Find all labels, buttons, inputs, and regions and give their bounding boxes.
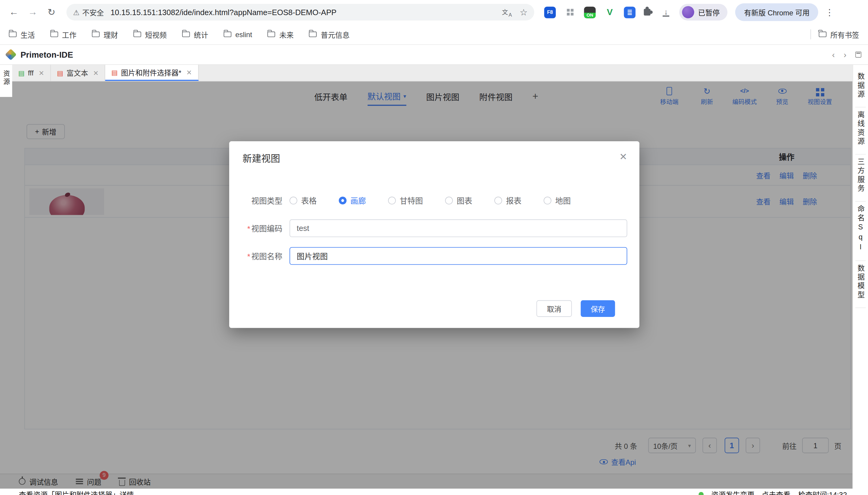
radio-label: 地图 xyxy=(555,195,571,206)
sidebar-item-data-model[interactable]: 数据模型 xyxy=(855,261,866,308)
sidebar-item-offline-resources[interactable]: 离线资源 xyxy=(855,107,866,155)
extension-avatar xyxy=(682,6,694,18)
ssl-warning-icon: ⚠ xyxy=(73,8,79,17)
folder-icon xyxy=(224,32,232,37)
tab-close-icon[interactable]: ✕ xyxy=(39,69,44,77)
file-icon-red: ▤ xyxy=(111,69,118,76)
forward-icon[interactable]: → xyxy=(23,7,42,18)
radio-label: 画廊 xyxy=(351,195,366,206)
view-code-label-text: 视图编码 xyxy=(251,224,282,233)
tab-close-icon[interactable]: ✕ xyxy=(93,69,99,77)
chrome-update-chip[interactable]: 有新版 Chrome 可用 xyxy=(735,3,818,21)
all-bookmarks-label: 所有书签 xyxy=(830,29,859,39)
bookmark-folder-primeton[interactable]: 普元信息 xyxy=(309,29,350,39)
view-type-label: 视图类型 xyxy=(243,195,282,206)
bookmark-folder-future[interactable]: 未来 xyxy=(267,29,294,39)
extension-icon-v[interactable]: V xyxy=(604,6,616,18)
bookmark-label: 统计 xyxy=(194,29,208,39)
radio-gallery[interactable]: 画廊 xyxy=(339,195,366,206)
sidebar-item-datasource[interactable]: 数据源 xyxy=(855,69,866,107)
radio-report[interactable]: 报表 xyxy=(494,195,521,206)
bookmark-folder-stats[interactable]: 统计 xyxy=(182,29,208,39)
extension-icon-grid[interactable] xyxy=(564,6,576,18)
radio-dot xyxy=(445,197,453,205)
check-time-label: 检查时间:14:32 xyxy=(798,489,847,495)
radio-map[interactable]: 地图 xyxy=(544,195,571,206)
layout-toggle-icon[interactable] xyxy=(855,52,861,58)
editor-tab-fff[interactable]: ▤ fff ✕ xyxy=(12,65,51,81)
bookmark-label: 理财 xyxy=(104,29,118,39)
new-view-dialog: 新建视图 ✕ 视图类型 表格 画廊 甘特图 图表 报表 地图 *视图编码 *视图… xyxy=(229,141,639,328)
view-name-label-text: 视图名称 xyxy=(251,252,282,261)
editor-tabbar: ▤ fff ✕ ▤ 富文本 ✕ ▤ 图片和附件选择器* ✕ xyxy=(0,65,868,82)
downloads-icon[interactable]: ↓ xyxy=(662,8,669,17)
bookmark-folder-life[interactable]: 生活 xyxy=(9,29,35,39)
editor-tab-richtext[interactable]: ▤ 富文本 ✕ xyxy=(51,65,105,81)
extension-icon-f8[interactable]: F8 xyxy=(544,6,556,18)
file-icon-red: ▤ xyxy=(57,69,63,76)
radio-table[interactable]: 表格 xyxy=(289,195,317,206)
folder-icon xyxy=(309,32,317,37)
pinned-extensions: F8 ON V ≣ xyxy=(544,6,650,18)
security-label[interactable]: 不安全 xyxy=(82,7,104,17)
update-chip-label: 有新版 Chrome 可用 xyxy=(744,7,810,17)
close-icon[interactable]: ✕ xyxy=(619,151,627,163)
bookmark-folder-finance[interactable]: 理财 xyxy=(92,29,118,39)
history-forward-icon[interactable]: › xyxy=(844,50,846,59)
reload-icon[interactable]: ↻ xyxy=(42,6,60,18)
radio-gantt[interactable]: 甘特图 xyxy=(388,195,423,206)
view-code-input[interactable] xyxy=(289,219,627,237)
bookmark-folder-shortvideo[interactable]: 短视频 xyxy=(133,29,166,39)
extension-paused-chip[interactable]: 已暂停 xyxy=(679,4,727,20)
radio-dot xyxy=(388,197,396,205)
history-back-icon[interactable]: ‹ xyxy=(832,50,835,59)
editor-tab-image-attachment-picker[interactable]: ▤ 图片和附件选择器* ✕ xyxy=(105,65,198,81)
view-code-row: *视图编码 xyxy=(243,219,627,237)
bookmarks-bar: 生活 工作 理财 短视频 统计 eslint 未来 普元信息 所有书签 xyxy=(0,24,868,45)
bookmark-folder-work[interactable]: 工作 xyxy=(50,29,76,39)
back-icon[interactable]: ← xyxy=(4,7,23,18)
radio-dot xyxy=(289,197,297,205)
radio-label: 表格 xyxy=(301,195,317,206)
required-asterisk: * xyxy=(247,252,250,261)
tab-close-icon[interactable]: ✕ xyxy=(187,69,192,76)
folder-icon xyxy=(50,32,58,37)
radio-label: 报表 xyxy=(506,195,521,206)
bookmark-label: 生活 xyxy=(20,29,35,39)
left-rail-label: 资源 xyxy=(1,70,11,97)
resource-change-notice[interactable]: 资源发生变更，点击查看 xyxy=(711,489,791,495)
folder-icon xyxy=(133,32,141,37)
extension-icon-on[interactable]: ON xyxy=(584,6,596,18)
folder-icon xyxy=(819,32,827,37)
app-title: Primeton-IDE xyxy=(20,50,73,59)
all-bookmarks-button[interactable]: 所有书签 xyxy=(819,29,859,39)
sidebar-item-named-sql[interactable]: 命名Sql xyxy=(855,202,866,261)
dialog-title: 新建视图 xyxy=(229,141,639,166)
app-logo-icon xyxy=(5,49,17,61)
extension-icon-blue[interactable]: ≣ xyxy=(624,6,636,18)
browser-menu-icon[interactable]: ⋮ xyxy=(825,7,834,17)
address-bar[interactable]: ⚠ 不安全 10.15.15.151:13082/ide/index.html?… xyxy=(66,4,534,20)
view-type-radio-group: 表格 画廊 甘特图 图表 报表 地图 xyxy=(289,195,571,206)
resource-detail-text[interactable]: 查看资源「图片和附件选择器」详情 xyxy=(19,489,134,495)
dialog-footer: 取消 保存 xyxy=(243,275,627,317)
sidebar-item-resources[interactable]: 资源 xyxy=(0,65,12,97)
save-button[interactable]: 保存 xyxy=(581,300,615,317)
view-name-input[interactable] xyxy=(289,247,627,265)
sidebar-item-third-party-services[interactable]: 三方服务 xyxy=(855,155,866,202)
cancel-button[interactable]: 取消 xyxy=(536,300,572,317)
translate-icon[interactable]: 文A xyxy=(502,7,512,17)
tab-label: 富文本 xyxy=(66,68,88,78)
status-line: 查看资源「图片和附件选择器」详情 资源发生变更，点击查看 检查时间:14:32 xyxy=(0,489,868,495)
bookmark-star-icon[interactable]: ☆ xyxy=(520,7,528,17)
screen: ← → ↻ ⚠ 不安全 10.15.15.151:13082/ide/index… xyxy=(0,0,868,495)
bookmark-folder-eslint[interactable]: eslint xyxy=(224,30,252,39)
radio-label: 图表 xyxy=(457,195,472,206)
folder-icon xyxy=(92,32,100,37)
download-tray-icon xyxy=(662,15,669,16)
extensions-puzzle-icon[interactable] xyxy=(644,9,651,15)
folder-icon xyxy=(9,32,17,37)
radio-chart[interactable]: 图表 xyxy=(445,195,472,206)
url-text[interactable]: 10.15.15.151:13082/ide/index.html?appNam… xyxy=(110,8,502,17)
tab-label: 图片和附件选择器* xyxy=(121,67,181,78)
